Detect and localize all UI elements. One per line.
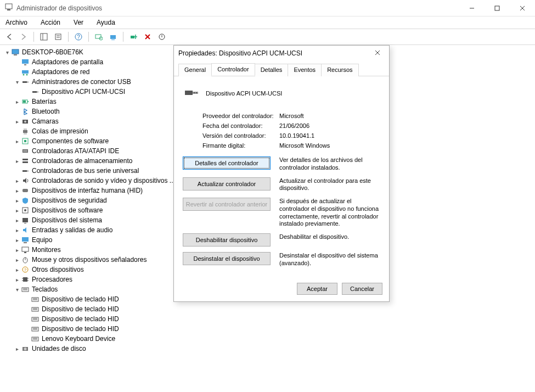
add-legacy-hardware-icon[interactable] bbox=[127, 31, 139, 43]
svg-rect-55 bbox=[22, 247, 29, 251]
update-driver-icon[interactable] bbox=[107, 31, 119, 43]
expander-none bbox=[13, 127, 21, 135]
tab-general[interactable]: General bbox=[178, 64, 212, 76]
forward-icon[interactable] bbox=[18, 31, 30, 43]
tree-item-label: Administradores de conector USB bbox=[32, 78, 131, 86]
monitor-icon bbox=[21, 245, 30, 254]
back-icon[interactable] bbox=[3, 31, 15, 43]
chevron-right-icon[interactable]: ▸ bbox=[13, 345, 21, 352]
svg-point-85 bbox=[24, 348, 27, 350]
chevron-right-icon[interactable]: ▸ bbox=[13, 266, 21, 273]
tree-item[interactable]: Lenovo Keyboard Device bbox=[0, 334, 535, 344]
cancel-button[interactable]: Cancelar bbox=[342, 283, 382, 295]
svg-rect-30 bbox=[32, 91, 37, 93]
svg-rect-31 bbox=[37, 92, 38, 93]
dialog-close-button[interactable] bbox=[370, 49, 385, 57]
menu-accion[interactable]: Acción bbox=[37, 18, 64, 27]
chevron-down-icon[interactable]: ▾ bbox=[3, 48, 11, 56]
tree-item[interactable]: Dispositivo de teclado HID bbox=[0, 324, 535, 334]
keyboard-icon bbox=[31, 305, 40, 313]
tab-controlador[interactable]: Controlador bbox=[211, 63, 255, 76]
chevron-right-icon[interactable]: ▸ bbox=[13, 226, 21, 234]
chevron-right-icon[interactable]: ▸ bbox=[13, 137, 21, 145]
menu-ayuda[interactable]: Ayuda bbox=[93, 18, 119, 27]
menu-archivo[interactable]: Archivo bbox=[2, 18, 31, 27]
usb-connector-icon bbox=[183, 84, 200, 103]
disable-icon[interactable] bbox=[156, 31, 168, 43]
chevron-right-icon[interactable]: ▸ bbox=[13, 256, 21, 264]
other-icon: ? bbox=[21, 265, 30, 274]
minimize-button[interactable] bbox=[459, 0, 485, 16]
action-button[interactable]: Actualizar controlador bbox=[183, 177, 271, 191]
tree-item[interactable]: ▸Unidades de disco bbox=[0, 344, 535, 354]
chevron-right-icon[interactable]: ▸ bbox=[13, 206, 21, 214]
svg-rect-89 bbox=[193, 92, 198, 94]
keyboard-icon bbox=[31, 315, 40, 323]
security-icon bbox=[21, 196, 30, 205]
tree-item-label: Teclados bbox=[32, 285, 58, 293]
expander-none bbox=[23, 315, 31, 323]
tree-item-label: Controladoras de sonido y vídeo y dispos… bbox=[32, 177, 175, 184]
svg-rect-22 bbox=[14, 54, 17, 55]
tree-item-label: Procesadores bbox=[32, 276, 72, 283]
chevron-right-icon[interactable]: ▸ bbox=[13, 177, 21, 184]
svg-rect-21 bbox=[12, 49, 19, 54]
svg-point-26 bbox=[23, 74, 25, 76]
tab-eventos[interactable]: Eventos bbox=[288, 64, 322, 76]
software-icon bbox=[21, 206, 30, 215]
show-hide-console-tree-icon[interactable] bbox=[38, 31, 50, 43]
svg-text:?: ? bbox=[77, 34, 80, 40]
tree-root-label: DESKTOP-6B0E76K bbox=[22, 48, 83, 56]
disk-icon bbox=[21, 344, 30, 353]
svg-rect-53 bbox=[22, 237, 29, 242]
tree-item[interactable]: Dispositivo de teclado HID bbox=[0, 314, 535, 324]
menu-ver[interactable]: Ver bbox=[70, 18, 87, 27]
expander-none bbox=[13, 108, 21, 115]
svg-rect-51 bbox=[22, 218, 28, 222]
usb-icon bbox=[21, 77, 30, 86]
uninstall-icon[interactable] bbox=[142, 31, 154, 43]
svg-rect-34 bbox=[23, 100, 26, 103]
tree-item-label: Adaptadores de red bbox=[32, 68, 89, 76]
keyboard-icon bbox=[31, 334, 40, 343]
chevron-right-icon[interactable]: ▸ bbox=[13, 276, 21, 283]
help-icon[interactable]: ? bbox=[72, 31, 85, 43]
tab-detalles[interactable]: Detalles bbox=[255, 64, 289, 76]
chevron-right-icon[interactable]: ▸ bbox=[13, 117, 21, 125]
action-button[interactable]: Detalles del controlador bbox=[183, 156, 271, 170]
chevron-right-icon[interactable]: ▸ bbox=[13, 197, 21, 204]
info-value: Microsoft bbox=[279, 113, 304, 119]
chevron-down-icon[interactable]: ▾ bbox=[13, 78, 21, 86]
chevron-down-icon[interactable]: ▾ bbox=[13, 285, 21, 293]
action-button[interactable]: Desinstalar el dispositivo bbox=[183, 252, 271, 265]
storage-icon bbox=[21, 156, 30, 165]
chevron-right-icon[interactable]: ▸ bbox=[13, 98, 21, 105]
svg-rect-56 bbox=[24, 252, 26, 253]
camera-icon bbox=[21, 117, 30, 126]
expander-none bbox=[23, 325, 31, 333]
expander-none bbox=[23, 305, 31, 313]
chevron-right-icon[interactable]: ▸ bbox=[13, 157, 21, 165]
maximize-button[interactable] bbox=[485, 0, 510, 16]
close-button[interactable] bbox=[510, 0, 535, 16]
tab-recursos[interactable]: Recursos bbox=[321, 64, 358, 76]
svg-rect-46 bbox=[22, 170, 27, 172]
properties-icon[interactable] bbox=[52, 31, 64, 43]
driver-info-row: Versión del controlador:10.0.19041.1 bbox=[202, 132, 380, 139]
driver-action-row: Deshabilitar dispositivoDeshabilitar el … bbox=[183, 233, 380, 247]
scan-hardware-icon[interactable] bbox=[93, 31, 105, 43]
tree-item[interactable]: Dispositivo de teclado HID bbox=[0, 304, 535, 314]
system-icon bbox=[21, 216, 30, 225]
action-button: Revertir al controlador anterior bbox=[183, 198, 271, 211]
ok-button[interactable]: Aceptar bbox=[297, 283, 337, 295]
svg-rect-39 bbox=[24, 133, 27, 135]
chevron-right-icon[interactable]: ▸ bbox=[13, 246, 21, 254]
window-controls bbox=[459, 0, 535, 16]
tree-item-label: Equipo bbox=[32, 236, 52, 244]
toolbar: ? bbox=[0, 29, 535, 45]
chevron-right-icon[interactable]: ▸ bbox=[13, 216, 21, 224]
chevron-right-icon[interactable]: ▸ bbox=[13, 236, 21, 244]
chevron-right-icon[interactable]: ▸ bbox=[13, 187, 21, 194]
action-button[interactable]: Deshabilitar dispositivo bbox=[183, 233, 271, 247]
svg-rect-41 bbox=[24, 140, 26, 142]
